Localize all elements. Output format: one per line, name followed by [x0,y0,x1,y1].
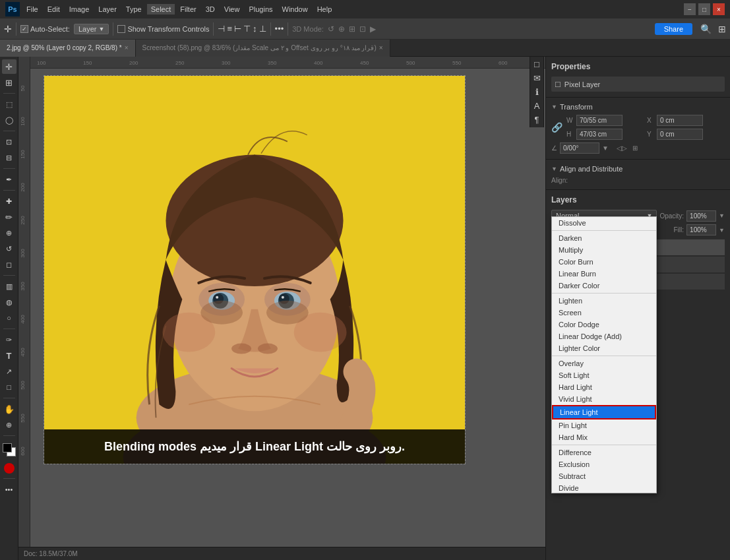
more-options-icon[interactable]: ••• [275,24,284,34]
layer-select[interactable]: Layer▼ [74,24,109,34]
color-swatch-area[interactable] [1,442,17,458]
menu-view[interactable]: View [220,4,244,15]
eraser-tool[interactable]: ◻ [2,257,16,272]
angle-input[interactable] [560,142,599,154]
share-button[interactable]: Share [655,23,692,35]
align-center-v-icon[interactable]: ↕ [253,24,257,34]
menu-window[interactable]: Window [278,4,312,15]
menu-select[interactable]: Select [147,4,175,15]
blend-option-darker-color[interactable]: Darker Color [552,280,656,292]
foreground-color-swatch[interactable] [3,443,12,452]
menu-3d[interactable]: 3D [202,4,219,15]
gradient-tool[interactable]: ▥ [2,279,16,294]
maximize-btn[interactable]: □ [698,3,710,15]
blend-option-multiply[interactable]: Multiply [552,244,656,256]
blend-option-hard-light[interactable]: Hard Light [552,381,656,393]
menu-filter[interactable]: Filter [176,4,200,15]
fill-dropdown-arrow[interactable]: ▼ [719,227,725,233]
pen-tool[interactable]: ✑ [2,332,16,347]
blur-tool[interactable]: ◍ [2,295,16,309]
menu-file[interactable]: File [22,4,42,15]
blend-option-vivid-light[interactable]: Vivid Light [552,393,656,405]
blend-option-divide[interactable]: Divide [552,482,656,493]
auto-select-checkbox[interactable]: ✓ Auto-Select: [20,25,70,33]
type-tool[interactable]: T [2,348,16,363]
tab-1-close[interactable]: × [379,44,383,51]
minimize-btn[interactable]: − [684,3,696,15]
workspace-icon[interactable]: ⊞ [718,24,726,34]
tab-0-close[interactable]: × [125,44,129,51]
close-btn[interactable]: × [713,3,725,15]
blend-option-exclusion[interactable]: Exclusion [552,458,656,470]
blend-option-hard-mix[interactable]: Hard Mix [552,431,656,443]
path-tool[interactable]: ↗ [2,364,16,379]
blend-option-linear-burn[interactable]: Linear Burn [552,268,656,280]
blend-option-subtract[interactable]: Subtract [552,470,656,482]
right-panel: □ ✉ ℹ A ¶ Properties □ Pixel Layer ▼ Tra… [545,57,730,560]
menu-image[interactable]: Image [65,4,94,15]
blend-option-lighten[interactable]: Lighten [552,295,656,307]
blend-option-color-dodge[interactable]: Color Dodge [552,319,656,330]
search-icon[interactable]: 🔍 [700,24,712,34]
3d-pan-icon[interactable]: ⊕ [338,24,345,34]
opacity-input[interactable] [686,210,716,222]
align-bottom-icon[interactable]: ⊥ [259,24,266,34]
lasso-tool[interactable]: ◯ [2,113,16,127]
menu-edit[interactable]: Edit [44,4,64,15]
blend-option-linear-dodge[interactable]: Linear Dodge (Add) [552,330,656,342]
y-input[interactable] [657,129,703,140]
3d-play-icon[interactable]: ▶ [370,24,376,34]
menu-help[interactable]: Help [313,4,336,15]
blend-option-soft-light[interactable]: Soft Light [552,369,656,381]
blend-option-difference[interactable]: Difference [552,447,656,458]
tab-1[interactable]: Screenshot (58).png @ 83/6% (مقدار Scale… [136,40,390,57]
3d-slide-icon[interactable]: ⊞ [349,24,355,34]
clone-tool[interactable]: ⊕ [2,226,16,240]
hand-tool[interactable]: ✋ [2,402,16,416]
shape-tool[interactable]: □ [2,380,16,394]
menu-layer[interactable]: Layer [94,4,121,15]
blend-option-darken[interactable]: Darken [552,232,656,244]
angle-dropdown-icon[interactable]: ▼ [602,144,609,152]
menu-type[interactable]: Type [122,4,146,15]
link-proportions-icon[interactable]: 🔗 [551,122,563,133]
align-top-icon[interactable]: ⊤ [243,24,251,34]
blend-option-screen[interactable]: Screen [552,307,656,319]
canvas-image[interactable]: .روبر روی حالت Linear Light قرار میدیم B… [44,75,466,464]
quick-mask-icon[interactable] [4,463,15,474]
transform-header[interactable]: ▼ Transform [551,103,725,111]
3d-roll-icon[interactable]: ⊡ [359,24,366,34]
fill-input[interactable] [686,224,716,235]
height-input[interactable] [576,129,623,140]
marquee-tool[interactable]: ⬚ [2,97,16,111]
artboard-tool[interactable]: ⊞ [2,75,16,90]
frame-tool[interactable]: ⊟ [2,150,16,165]
history-tool[interactable]: ↺ [2,241,16,256]
align-left-icon[interactable]: ⊣ [218,24,225,34]
zoom-tool[interactable]: ⊕ [2,418,16,432]
crop-tool[interactable]: ⊡ [2,135,16,149]
width-input[interactable] [576,115,623,126]
align-center-h-icon[interactable]: ≡ [227,24,232,34]
move-tool[interactable]: ✛ [2,59,16,74]
transform-controls-checkbox[interactable]: Show Transform Controls [117,25,209,33]
move-tool-icon[interactable]: ✛ [4,24,12,34]
eyedropper-tool[interactable]: ✒ [2,172,16,187]
3d-rotate-icon[interactable]: ↺ [328,24,334,34]
healing-tool[interactable]: ✚ [2,194,16,208]
brush-tool[interactable]: ✏ [2,210,16,224]
x-input[interactable] [657,115,703,126]
blend-option-linear-light[interactable]: Linear Light [552,405,656,420]
align-header[interactable]: ▼ Align and Distribute [551,165,725,173]
more-tools-icon[interactable]: ••• [2,482,16,497]
blend-option-color-burn[interactable]: Color Burn [552,256,656,268]
blend-option-overlay[interactable]: Overlay [552,358,656,369]
opacity-dropdown-arrow[interactable]: ▼ [719,212,725,219]
menu-plugins[interactable]: Plugins [245,4,276,15]
align-right-icon[interactable]: ⊢ [234,24,241,34]
blend-option-pin-light[interactable]: Pin Light [552,420,656,431]
tab-0[interactable]: 2.jpg @ 50% (Layer 0 copy 2, RGB/8) * × [0,40,136,57]
blend-option-lighter-color[interactable]: Lighter Color [552,342,656,354]
dodge-tool[interactable]: ○ [2,311,16,325]
blend-option-dissolve[interactable]: Dissolve [552,217,656,229]
